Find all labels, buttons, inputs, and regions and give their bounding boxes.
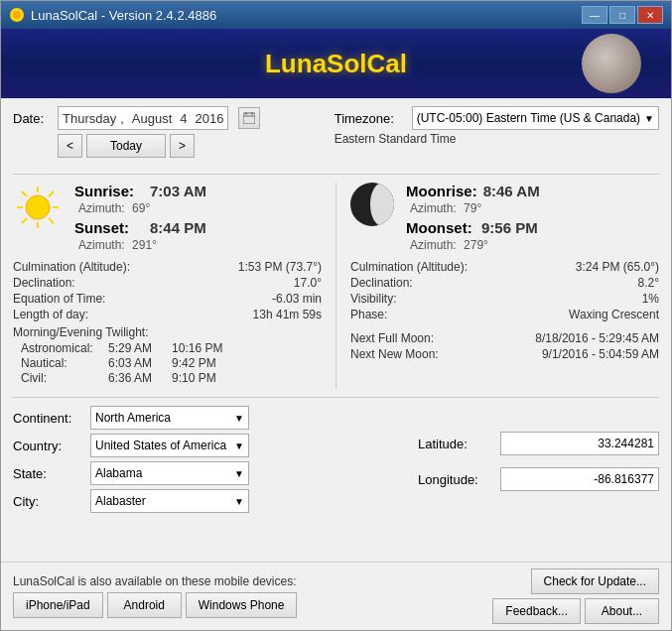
sunrise-label: Sunrise: xyxy=(74,183,144,199)
android-button[interactable]: Android xyxy=(107,592,182,618)
divider-1 xyxy=(13,174,659,175)
sun-length-val: 13h 41m 59s xyxy=(253,308,322,321)
sun-declination-row: Declination: 17.0° xyxy=(13,276,322,290)
top-controls: Date: Thursday , August 4 2016 xyxy=(13,106,659,166)
astronomical-evening: 10:16 PM xyxy=(172,341,222,355)
svg-line-11 xyxy=(22,191,27,196)
date-input-field[interactable]: Thursday , August 4 2016 xyxy=(58,106,228,130)
moonset-azimuth-label: Azimuth: xyxy=(410,238,457,252)
continent-label: Continent: xyxy=(13,411,82,426)
latitude-label: Latitude: xyxy=(418,437,492,451)
date-day: Thursday xyxy=(63,111,116,126)
moon-data: Moonrise: 8:46 AM Azimuth: 79° Moonset: … xyxy=(406,183,659,256)
title-bar: LunaSolCal - Version 2.4.2.4886 — □ ✕ xyxy=(1,1,671,29)
nautical-times: 6:03 AM 9:42 PM xyxy=(108,356,216,370)
moon-declination-val: 8.2° xyxy=(638,276,659,290)
country-value: United States of America xyxy=(95,439,226,452)
twilight-section: Morning/Evening Twilight: Astronomical: … xyxy=(13,325,322,385)
moon-background xyxy=(582,34,641,93)
twilight-title: Morning/Evening Twilight: xyxy=(13,325,322,339)
main-window: LunaSolCal - Version 2.4.2.4886 — □ ✕ Lu… xyxy=(0,0,672,631)
state-row: State: Alabama ▼ xyxy=(13,461,398,485)
sun-declination-val: 17.0° xyxy=(294,276,322,290)
moonset-label: Moonset: xyxy=(406,219,475,236)
country-select[interactable]: United States of America ▼ xyxy=(90,434,249,457)
longitude-row: Longitude: xyxy=(418,467,659,491)
maximize-button[interactable]: □ xyxy=(609,6,635,24)
mobile-text: LunaSolCal is also available on these mo… xyxy=(13,574,297,588)
continent-select[interactable]: North America ▼ xyxy=(90,406,249,430)
nautical-label: Nautical: xyxy=(21,356,100,370)
sunrise-azimuth-val: 69° xyxy=(132,201,150,215)
svg-point-6 xyxy=(26,195,50,219)
city-select[interactable]: Alabaster ▼ xyxy=(90,489,249,513)
civil-times: 6:36 AM 9:10 PM xyxy=(108,371,216,385)
timezone-select[interactable]: (UTC-05:00) Eastern Time (US & Canada) ▼ xyxy=(412,106,659,130)
next-full-row: Next Full Moon: 8/18/2016 - 5:29:45 AM xyxy=(350,331,659,345)
state-label: State: xyxy=(13,466,82,481)
city-row: City: Alabaster ▼ xyxy=(13,489,398,513)
timezone-controls: Timezone: (UTC-05:00) Eastern Time (US &… xyxy=(335,106,659,166)
title-bar-controls: — □ ✕ xyxy=(582,6,663,24)
date-month: August xyxy=(132,111,172,126)
country-chevron: ▼ xyxy=(234,441,244,451)
moonrise-time: 8:46 AM xyxy=(483,183,540,199)
location-section: Continent: North America ▼ Country: Unit… xyxy=(13,406,659,513)
sunrise-azimuth-label: Azimuth: xyxy=(78,201,125,215)
state-chevron: ▼ xyxy=(234,468,244,479)
date-year: 2016 xyxy=(196,111,224,126)
next-date-button[interactable]: > xyxy=(170,134,195,158)
city-value: Alabaster xyxy=(95,494,146,508)
main-info-section: Sunrise: 7:03 AM Azimuth: 69° Sunset: 8:… xyxy=(13,183,659,389)
sunset-row: Sunset: 8:44 PM xyxy=(74,219,322,236)
next-full-label: Next Full Moon: xyxy=(350,331,434,345)
about-button[interactable]: About... xyxy=(585,598,659,624)
longitude-input[interactable] xyxy=(500,467,659,491)
sun-declination-label: Declination: xyxy=(13,276,75,290)
footer-right: Check for Update... Feedback... About... xyxy=(492,568,659,624)
moon-declination-label: Declination: xyxy=(350,276,413,290)
feedback-about-buttons: Feedback... About... xyxy=(492,598,659,624)
iphone-button[interactable]: iPhone/iPad xyxy=(13,592,103,618)
moonset-time: 9:56 PM xyxy=(481,219,538,236)
check-update-button[interactable]: Check for Update... xyxy=(531,568,659,594)
continent-value: North America xyxy=(95,411,171,425)
state-select[interactable]: Alabama ▼ xyxy=(90,461,249,485)
moon-phase-light xyxy=(370,183,394,226)
calendar-button[interactable] xyxy=(238,107,260,129)
svg-line-12 xyxy=(49,218,54,223)
latitude-input[interactable] xyxy=(500,432,659,455)
main-content: Date: Thursday , August 4 2016 xyxy=(1,98,671,558)
moon-culmination-val: 3:24 PM (65.0°) xyxy=(576,260,659,274)
sunset-azimuth-row: Azimuth: 291° xyxy=(78,238,322,252)
feedback-button[interactable]: Feedback... xyxy=(492,598,581,624)
header-banner: LunaSolCal xyxy=(1,29,671,98)
next-new-label: Next New Moon: xyxy=(350,347,439,361)
sun-icon xyxy=(13,183,63,232)
astronomical-label: Astronomical: xyxy=(21,341,100,355)
date-daynum: 4 xyxy=(180,111,187,126)
nautical-twilight-row: Nautical: 6:03 AM 9:42 PM xyxy=(21,356,322,370)
close-button[interactable]: ✕ xyxy=(637,6,663,24)
moon-visibility-val: 1% xyxy=(642,292,659,306)
country-row: Country: United States of America ▼ xyxy=(13,434,398,457)
moon-icon-area: Moonrise: 8:46 AM Azimuth: 79° Moonset: … xyxy=(350,183,659,256)
moon-culmination-label: Culmination (Altitude): xyxy=(350,260,468,274)
nautical-morning: 6:03 AM xyxy=(108,356,152,370)
svg-line-13 xyxy=(49,191,54,196)
location-right: Latitude: Longitude: xyxy=(418,406,659,513)
moon-declination-row: Declination: 8.2° xyxy=(350,276,659,290)
windows-phone-button[interactable]: Windows Phone xyxy=(186,592,298,618)
minimize-button[interactable]: — xyxy=(582,6,607,24)
moonrise-label: Moonrise: xyxy=(406,183,477,199)
moon-phase-icon xyxy=(350,183,394,226)
moonrise-azimuth-val: 79° xyxy=(464,201,481,215)
banner-title: LunaSolCal xyxy=(265,49,407,79)
timezone-sub-label: Eastern Standard Time xyxy=(335,132,659,146)
footer: LunaSolCal is also available on these mo… xyxy=(1,563,671,630)
title-bar-left: LunaSolCal - Version 2.4.2.4886 xyxy=(9,7,216,23)
sunset-azimuth-label: Azimuth: xyxy=(78,238,125,252)
prev-date-button[interactable]: < xyxy=(58,134,82,158)
location-left: Continent: North America ▼ Country: Unit… xyxy=(13,406,398,513)
today-button[interactable]: Today xyxy=(86,134,166,158)
